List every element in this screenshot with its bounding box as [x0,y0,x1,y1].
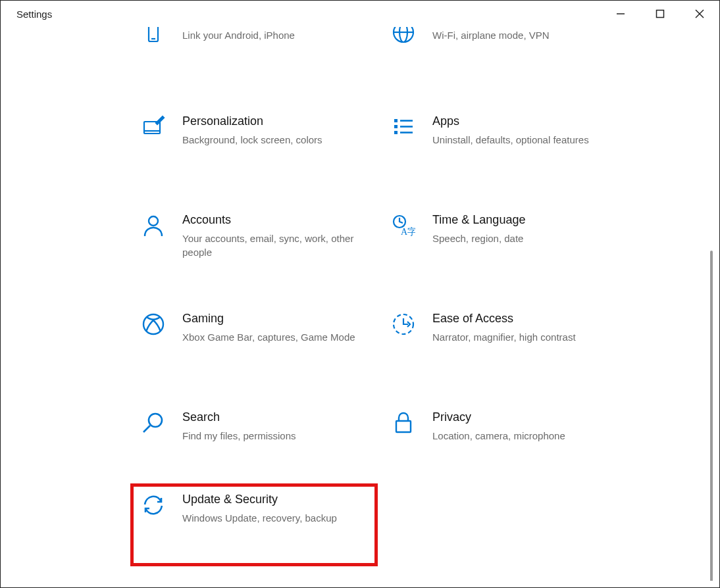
tile-personalization[interactable]: Personalization Background, lock screen,… [132,107,376,206]
tile-desc: Windows Update, recovery, backup [182,511,368,526]
settings-grid: Link your Android, iPhone Wi-Fi, airplan… [132,27,632,564]
tile-title: Search [182,410,368,425]
tile-desc: Speech, region, date [432,232,618,246]
tile-desc: Your accounts, email, sync, work, other … [182,232,368,260]
svg-rect-11 [394,119,398,122]
svg-point-17 [149,216,158,226]
globe-icon [390,27,417,44]
tile-apps[interactable]: Apps Uninstall, defaults, optional featu… [382,107,626,206]
tile-update-security[interactable]: Update & Security Windows Update, recove… [132,485,376,564]
tile-title: Time & Language [432,212,618,228]
maximize-button[interactable] [640,1,680,27]
xbox-icon [140,311,167,397]
tile-network[interactable]: Wi-Fi, airplane mode, VPN [382,27,626,61]
window-controls [601,1,719,27]
person-icon [140,212,167,298]
svg-point-22 [149,414,162,427]
tile-time-language[interactable]: A字 Time & Language Speech, region, date [382,206,626,305]
phone-icon [140,27,167,44]
content-area: Link your Android, iPhone Wi-Fi, airplan… [1,27,713,581]
minimize-button[interactable] [601,1,640,27]
tile-title: Ease of Access [432,311,618,326]
tile-desc: Find my files, permissions [182,429,368,443]
tile-desc: Uninstall, defaults, optional features [432,133,618,147]
svg-text:A字: A字 [401,227,415,237]
tile-phone[interactable]: Link your Android, iPhone [132,27,376,61]
ease-of-access-icon [390,311,417,397]
sync-icon [140,492,167,558]
svg-line-23 [143,426,150,432]
tile-desc: Narrator, magnifier, high contrast [432,330,618,345]
tile-title: Accounts [182,212,368,228]
vertical-scrollbar[interactable] [710,251,713,581]
svg-rect-15 [394,131,398,134]
svg-rect-13 [394,125,398,128]
paintbrush-icon [140,114,167,199]
tile-gaming[interactable]: Gaming Xbox Game Bar, captures, Game Mod… [132,305,376,403]
svg-rect-1 [657,11,664,18]
window-title: Settings [16,9,52,20]
close-button[interactable] [680,1,719,27]
tile-search[interactable]: Search Find my files, permissions [132,403,376,485]
svg-point-6 [394,27,413,42]
tile-desc: Wi-Fi, airplane mode, VPN [432,28,618,43]
tile-title: Apps [432,114,618,129]
tile-title: Privacy [432,410,618,425]
tile-privacy[interactable]: Privacy Location, camera, microphone [382,403,626,485]
lock-icon [390,410,417,479]
tile-accounts[interactable]: Accounts Your accounts, email, sync, wor… [132,206,376,305]
tile-desc: Background, lock screen, colors [182,133,368,147]
close-icon [695,9,704,18]
svg-point-7 [399,27,407,42]
tile-title: Update & Security [182,492,368,507]
apps-list-icon [390,114,417,199]
maximize-icon [656,9,665,18]
tile-desc: Xbox Game Bar, captures, Game Mode [182,330,368,345]
tile-title: Personalization [182,114,368,129]
time-language-icon: A字 [390,212,417,298]
tile-title: Gaming [182,311,368,326]
tile-desc: Location, camera, microphone [432,429,618,443]
tile-ease-of-access[interactable]: Ease of Access Narrator, magnifier, high… [382,305,626,403]
tile-desc: Link your Android, iPhone [182,28,368,43]
minimize-icon [616,9,625,18]
svg-rect-24 [396,421,411,432]
search-icon [140,410,167,479]
